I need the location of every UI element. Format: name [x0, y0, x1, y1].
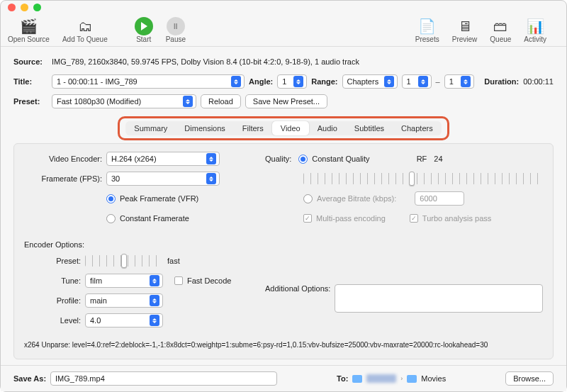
duration-value: 00:00:11 [523, 77, 554, 86]
minimize-icon[interactable] [21, 4, 28, 11]
title-label: Title: [13, 77, 47, 86]
title-select[interactable]: 1 - 00:00:11 - IMG_789 [52, 74, 245, 89]
range-from-select[interactable]: 1 [402, 74, 432, 89]
activity-button[interactable]: 📊 Activity [524, 17, 546, 43]
chevron-updown-icon [231, 76, 241, 87]
tune-select[interactable]: film [85, 274, 163, 288]
chevron-updown-icon [206, 153, 216, 164]
video-encoder-select[interactable]: H.264 (x264) [106, 152, 220, 166]
range-type-value: Chapters [347, 77, 379, 86]
preview-icon: 🖥 [455, 17, 475, 35]
peak-framerate-label: Peak Framerate (VFR) [120, 194, 198, 203]
pause-icon: II [167, 17, 185, 35]
range-type-select[interactable]: Chapters [342, 74, 398, 89]
chevron-updown-icon [150, 295, 159, 306]
encoder-options-heading: Encoder Options: [24, 240, 543, 249]
source-label: Source: [13, 57, 47, 66]
tabs-highlight: Summary Dimensions Filters Video Audio S… [118, 116, 449, 140]
framerate-label: Framerate (FPS): [24, 174, 102, 183]
browse-button[interactable]: Browse... [505, 371, 554, 386]
start-button[interactable]: Start [135, 17, 153, 43]
chevron-updown-icon [206, 173, 216, 184]
clapperboard-icon: 🎬 [18, 17, 38, 35]
enc-preset-value: fast [167, 257, 180, 265]
reload-button[interactable]: Reload [201, 94, 241, 108]
queue-label: Queue [490, 35, 511, 43]
chevron-right-icon: › [400, 375, 403, 382]
footer: Save As: IMG_789.mp4 To: › Movies Browse… [1, 365, 566, 391]
slider-thumb[interactable] [121, 254, 127, 268]
chevron-updown-icon [150, 315, 159, 326]
profile-select[interactable]: main [85, 293, 163, 308]
tab-audio[interactable]: Audio [309, 121, 346, 135]
queue-add-icon: 🗂 [75, 17, 95, 35]
tab-summary[interactable]: Summary [125, 121, 176, 135]
preset-select[interactable]: Fast 1080p30 (Modified) [52, 94, 196, 108]
toolbar: 🎬 Open Source 🗂 Add To Queue Start II Pa… [1, 15, 566, 47]
level-value: 4.0 [90, 316, 101, 325]
content-area: Source: IMG_789, 2160x3840, 59.9745 FPS,… [1, 47, 566, 365]
range-dash: – [436, 77, 440, 86]
save-new-preset-button[interactable]: Save New Preset... [245, 94, 327, 108]
constant-quality-label: Constant Quality [312, 155, 369, 163]
presets-icon: 📄 [417, 17, 437, 35]
tab-filters[interactable]: Filters [234, 121, 272, 135]
activity-label: Activity [524, 35, 546, 43]
range-label: Range: [311, 77, 337, 86]
title-value: 1 - 00:00:11 - IMG_789 [57, 77, 137, 86]
peak-framerate-radio[interactable] [106, 194, 116, 203]
constant-framerate-label: Constant Framerate [120, 214, 189, 223]
redacted-path [366, 374, 396, 383]
range-from-value: 1 [407, 77, 411, 86]
tune-label: Tune: [24, 276, 81, 285]
profile-value: main [90, 296, 107, 305]
fullscreen-icon[interactable] [33, 4, 41, 11]
framerate-select[interactable]: 30 [106, 172, 220, 186]
video-panel: Video Encoder: H.264 (x264) Framerate (F… [13, 143, 554, 359]
framerate-value: 30 [111, 174, 120, 183]
title-row: Title: 1 - 00:00:11 - IMG_789 Angle: 1 R… [13, 74, 554, 89]
tabs: Summary Dimensions Filters Video Audio S… [125, 121, 441, 135]
multipass-checkbox[interactable]: ✓ [303, 214, 312, 223]
enc-preset-slider[interactable] [85, 255, 163, 267]
additional-options-input[interactable] [335, 284, 543, 313]
range-to-value: 1 [449, 77, 454, 86]
folder-icon [407, 375, 417, 383]
preset-value: Fast 1080p30 (Modified) [57, 97, 141, 106]
level-label: Level: [24, 316, 81, 325]
chevron-updown-icon [150, 275, 159, 286]
turbo-checkbox[interactable]: ✓ [410, 214, 418, 223]
save-as-input[interactable]: IMG_789.mp4 [50, 371, 277, 386]
to-label: To: [337, 374, 348, 383]
tab-subtitles[interactable]: Subtitles [346, 121, 393, 135]
avg-bitrate-input[interactable]: 6000 [415, 191, 464, 206]
open-source-button[interactable]: 🎬 Open Source [8, 17, 50, 43]
quality-slider[interactable] [303, 173, 543, 184]
pause-button[interactable]: II Pause [166, 17, 186, 43]
avg-bitrate-radio[interactable] [303, 194, 313, 203]
level-select[interactable]: 4.0 [85, 313, 163, 327]
close-icon[interactable] [8, 4, 16, 11]
titlebar [1, 1, 566, 15]
range-to-select[interactable]: 1 [444, 74, 474, 89]
constant-framerate-radio[interactable] [106, 214, 116, 223]
tab-chapters[interactable]: Chapters [393, 121, 442, 135]
angle-select[interactable]: 1 [277, 74, 307, 89]
rf-label: RF [417, 155, 427, 163]
duration-label: Duration: [484, 77, 519, 86]
fast-decode-checkbox[interactable] [174, 276, 183, 285]
slider-thumb[interactable] [409, 172, 415, 186]
tab-video[interactable]: Video [272, 121, 309, 135]
pause-label: Pause [166, 35, 186, 43]
preview-button[interactable]: 🖥 Preview [452, 17, 478, 43]
source-value: IMG_789, 2160x3840, 59.9745 FPS, Dolby V… [52, 57, 359, 66]
chevron-updown-icon [384, 76, 394, 87]
source-row: Source: IMG_789, 2160x3840, 59.9745 FPS,… [13, 54, 554, 69]
constant-quality-radio[interactable] [298, 155, 308, 164]
add-to-queue-button[interactable]: 🗂 Add To Queue [62, 17, 108, 43]
enc-preset-label: Preset: [24, 257, 81, 265]
profile-label: Profile: [24, 296, 81, 305]
queue-button[interactable]: 🗃 Queue [490, 17, 511, 43]
tab-dimensions[interactable]: Dimensions [176, 121, 233, 135]
presets-button[interactable]: 📄 Presets [415, 17, 439, 43]
